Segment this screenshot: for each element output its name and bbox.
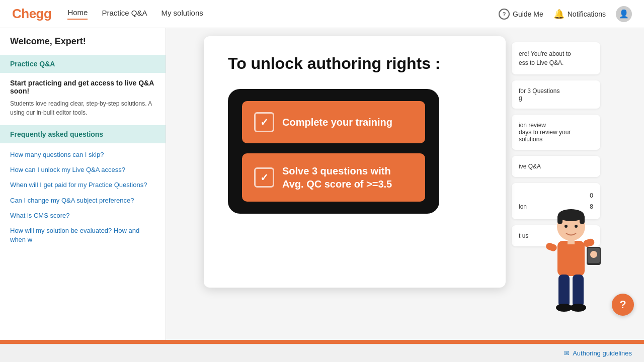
unlock-title: To unlock authoring rights :	[228, 54, 481, 73]
sidebar-section-practice-qa: Practice Q&A	[0, 55, 166, 73]
right-questions-sub: g	[519, 95, 593, 102]
nav-practice-qa[interactable]: Practice Q&A	[102, 9, 147, 19]
right-card-liveqa: ive Q&A	[512, 156, 600, 177]
right-review-sub: days to review your solutions	[519, 129, 593, 143]
right-review-label: ion review	[519, 122, 593, 129]
unlock-card: To unlock authoring rights : ✓ Complete …	[204, 36, 506, 288]
nav-right: ? Guide Me 🔔 Notifications 👤	[499, 6, 632, 22]
svg-rect-8	[545, 242, 557, 252]
nav-home[interactable]: Home	[67, 8, 88, 20]
step2-text: Solve 3 questions withAvg. QC score of >…	[282, 164, 392, 191]
main-area: To unlock authoring rights : ✓ Complete …	[166, 28, 644, 340]
mail-icon: ✉	[564, 349, 570, 357]
faq-item-1[interactable]: How many questions can I skip?	[0, 147, 166, 162]
svg-point-14	[556, 304, 572, 312]
svg-rect-2	[557, 214, 562, 224]
right-intro-text2: ess to Live Q&A.	[519, 58, 593, 67]
stat1-val: 0	[590, 192, 593, 199]
bottom-bar: ✉ Authoring guidelines	[0, 344, 644, 362]
faq-item-3[interactable]: When will I get paid for my Practice Que…	[0, 177, 166, 193]
faq-item-5[interactable]: What is CMS score?	[0, 208, 166, 223]
authoring-guidelines-link[interactable]: ✉ Authoring guidelines	[564, 349, 632, 357]
authoring-label: Authoring guidelines	[573, 349, 632, 357]
step1-button[interactable]: ✓ Complete your training	[242, 101, 425, 143]
faq-item-6[interactable]: How will my solution be evaluated? How a…	[0, 223, 166, 247]
guide-me-button[interactable]: ? Guide Me	[499, 9, 543, 20]
character-illustration	[538, 209, 604, 340]
right-stat-row-1: 0	[519, 190, 593, 201]
svg-rect-12	[558, 275, 570, 307]
contact-label: t us	[519, 232, 528, 239]
right-questions-label: for 3 Questions	[519, 87, 593, 95]
svg-rect-6	[557, 241, 585, 276]
stat2-label: ion	[519, 203, 527, 210]
step2-button[interactable]: ✓ Solve 3 questions withAvg. QC score of…	[242, 153, 425, 202]
navbar: Chegg Home Practice Q&A My solutions ? G…	[0, 0, 644, 28]
page-body: Welcome, Expert! Practice Q&A Start prac…	[0, 28, 644, 340]
step1-checkmark: ✓	[260, 116, 269, 128]
svg-point-4	[565, 225, 568, 228]
user-avatar[interactable]: 👤	[616, 6, 632, 22]
chegg-logo: Chegg	[12, 6, 51, 22]
nav-my-solutions[interactable]: My solutions	[161, 9, 203, 19]
step1-text: Complete your training	[282, 116, 392, 129]
faq-item-2[interactable]: How can I unlock my Live Q&A access?	[0, 162, 166, 177]
step2-checkmark: ✓	[260, 171, 269, 184]
sidebar-practice-subtitle: Start practicing and get access to live …	[0, 77, 166, 99]
svg-rect-3	[580, 214, 585, 224]
sidebar-practice-desc: Students love reading clear, step-by-ste…	[0, 99, 166, 125]
sidebar: Welcome, Expert! Practice Q&A Start prac…	[0, 28, 166, 340]
sidebar-section-faq: Frequently asked questions	[0, 125, 166, 143]
faq-item-4[interactable]: Can I change my Q&A subject preference?	[0, 193, 166, 208]
nav-links: Home Practice Q&A My solutions	[67, 8, 203, 20]
svg-rect-13	[573, 275, 584, 307]
guide-me-label: Guide Me	[513, 10, 543, 18]
right-liveqa-label: ive Q&A	[519, 163, 593, 170]
guide-icon: ?	[499, 9, 510, 20]
right-card-questions: for 3 Questions g	[512, 80, 600, 109]
step2-checkbox: ✓	[254, 167, 274, 188]
right-card-review: ion review days to review your solutions	[512, 115, 600, 150]
step1-checkbox: ✓	[254, 112, 274, 132]
notifications-label: Notifications	[568, 10, 606, 18]
svg-point-16	[590, 251, 597, 258]
welcome-text: Welcome, Expert!	[0, 36, 166, 55]
bell-icon: 🔔	[553, 9, 565, 20]
right-intro-text1: ere! You're about to	[519, 49, 593, 58]
svg-point-5	[575, 225, 578, 228]
help-fab-button[interactable]: ?	[612, 294, 634, 316]
svg-point-15	[570, 304, 586, 312]
notifications-button[interactable]: 🔔 Notifications	[553, 9, 606, 20]
tablet-mockup: ✓ Complete your training ✓ Solve 3 quest…	[228, 89, 439, 214]
right-card-intro: ere! You're about to ess to Live Q&A.	[512, 42, 600, 74]
svg-rect-7	[568, 238, 575, 244]
user-icon: 👤	[619, 9, 629, 19]
